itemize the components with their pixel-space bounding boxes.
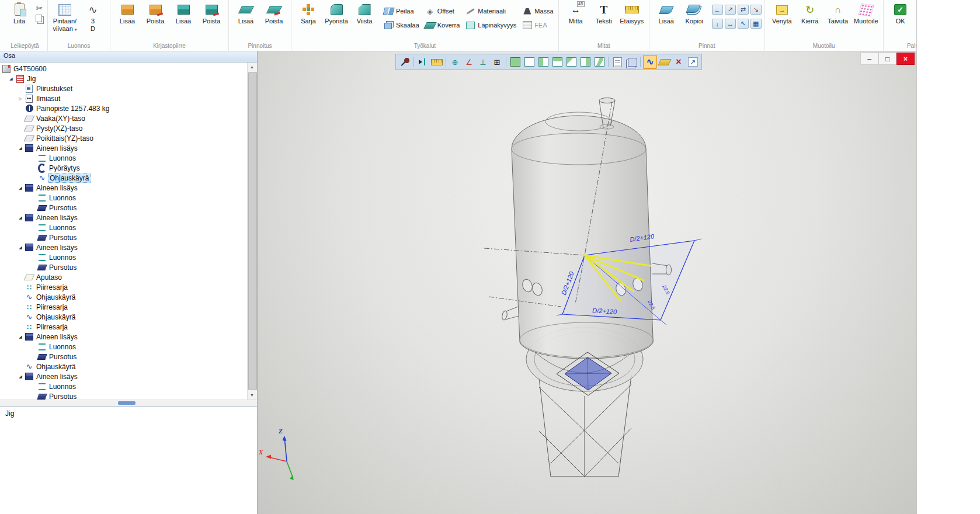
fea-button[interactable]: FEA	[520, 19, 555, 32]
mass-button[interactable]: Massa	[520, 5, 555, 18]
face-exchange-icon[interactable]: ⇄	[738, 5, 749, 15]
coating-delete-button[interactable]: Poista	[260, 1, 288, 25]
face-extend-icon[interactable]: ↓	[712, 19, 723, 29]
library-add-button[interactable]: Lisää	[113, 1, 141, 25]
expander-icon[interactable]: ◢	[18, 374, 23, 379]
tree-item-add-material[interactable]: ◢Aineen lisäys	[0, 371, 248, 381]
minimize-button[interactable]: –	[860, 53, 878, 65]
shaded-view-icon[interactable]	[509, 55, 522, 68]
face-back-icon[interactable]: ↖	[738, 19, 749, 29]
tree-item-center-of-gravity[interactable]: Painopiste 1257.483 kg	[0, 103, 248, 113]
tree-item-add-material[interactable]: ◢Aineen lisäys	[0, 242, 248, 252]
measure-button[interactable]: 45↔ Mitta	[562, 1, 590, 25]
text-button[interactable]: T Teksti	[590, 1, 618, 25]
tree-item-add-material[interactable]: ◢Aineen lisäys	[0, 143, 248, 153]
scroll-down-icon[interactable]: ▼	[248, 391, 256, 400]
tree-item-sketch[interactable]: Luonnos	[0, 342, 248, 352]
transparency-button[interactable]: Läpinäkyvyys	[464, 19, 518, 32]
top-face-view-icon[interactable]	[551, 55, 564, 68]
tree-item-add-material[interactable]: ◢Aineen lisäys	[0, 183, 248, 193]
tree-item-guide-curve[interactable]: ∿Ohjauskäyrä	[0, 312, 248, 322]
expander-icon[interactable]: ◢	[18, 335, 23, 339]
face-trim-icon[interactable]: ↗	[725, 5, 736, 15]
delete-tool-icon[interactable]: ×	[672, 55, 685, 68]
expander-icon[interactable]: ◢	[18, 186, 23, 190]
close-button[interactable]: ×	[896, 53, 915, 65]
tree-item-drawings[interactable]: Piirustukset	[0, 84, 248, 93]
mirror-button[interactable]: Peilaa	[382, 5, 421, 18]
tree-item-sketch[interactable]: Luonnos	[0, 223, 248, 232]
sketch-3d-button[interactable]: ∿ 3 D	[79, 1, 107, 32]
tree-scrollbar[interactable]: ▲ ▼	[247, 62, 257, 400]
scrollbar-thumb[interactable]	[248, 72, 257, 390]
tree-item-extrude[interactable]: Pursotus	[0, 352, 248, 362]
scroll-up-icon[interactable]: ▲	[248, 62, 256, 71]
section-view-icon[interactable]	[593, 55, 606, 68]
plate-tool-icon[interactable]	[658, 55, 671, 68]
tree-item-feature-series[interactable]: ∷Piirresarja	[0, 282, 248, 292]
tree-item-extrude[interactable]: Pursotus	[0, 232, 248, 242]
library-add2-button[interactable]: Lisää	[169, 1, 197, 25]
sketch-on-surface-button[interactable]: Pintaan/ viivaan ▾	[51, 1, 79, 32]
scale-button[interactable]: Skaalaa	[382, 19, 421, 32]
chamfer-button[interactable]: Viistä	[350, 1, 378, 25]
tree-item-xy-plane[interactable]: Vaaka(XY)-taso	[0, 113, 248, 123]
expander-icon[interactable]: ▷	[18, 96, 23, 101]
paste-button[interactable]: Liitä	[5, 1, 33, 25]
tree-item-jig[interactable]: ◢Jig	[0, 74, 248, 84]
face-grid-icon[interactable]: ▦	[750, 19, 762, 29]
tree-item-yz-plane[interactable]: Poikittais(YZ)-taso	[0, 133, 248, 143]
face-offset-icon[interactable]: ↘	[750, 5, 762, 15]
tree-item-extrude[interactable]: Pursotus	[0, 203, 248, 213]
expander-icon[interactable]: ◢	[18, 146, 23, 151]
series-button[interactable]: Sarja	[294, 1, 322, 25]
surface-add-button[interactable]: Lisää	[652, 1, 680, 25]
expander-icon[interactable]: ◢	[18, 216, 23, 220]
layers-icon[interactable]	[625, 55, 638, 68]
3d-scene[interactable]: D/2+120 D/2+120 D/2+120 22.5 22.5 Z X	[258, 51, 916, 514]
shape-button[interactable]: Muotoile	[852, 1, 880, 25]
tree-item-add-material[interactable]: ◢Aineen lisäys	[0, 213, 248, 223]
corner-view-icon[interactable]	[565, 55, 578, 68]
face-swap-icon[interactable]: ↔	[725, 19, 736, 29]
tree-item-revolve[interactable]: Pyöräytys	[0, 163, 248, 173]
tree-item-sketch[interactable]: Luonnos	[0, 193, 248, 203]
right-face-view-icon[interactable]	[579, 55, 592, 68]
tree-item-part[interactable]: G4T50600	[0, 64, 248, 74]
tree-item-extrude[interactable]: Pursotus	[0, 391, 248, 400]
snap-angle-icon[interactable]: ∠	[463, 55, 475, 68]
hollow-button[interactable]: Koverra	[423, 19, 462, 32]
face-move-left-icon[interactable]: ←	[712, 5, 723, 15]
offset-button[interactable]: ◈ Offset	[423, 5, 462, 18]
tree-item-sketch[interactable]: Luonnos	[0, 381, 248, 391]
cut-icon[interactable]: ✂	[34, 4, 44, 13]
snap-perpendicular-icon[interactable]: ⊥	[477, 55, 489, 68]
material-button[interactable]: Materiaali	[464, 5, 518, 18]
pick-filter-icon[interactable]: ⊞	[491, 55, 503, 68]
feature-list-icon[interactable]	[611, 55, 624, 68]
tree-item-aux-plane[interactable]: Aputaso	[0, 272, 248, 282]
scrollbar-thumb[interactable]	[118, 401, 135, 405]
tree-item-add-material[interactable]: ◢Aineen lisäys	[0, 332, 248, 342]
surface-copy-button[interactable]: Kopioi	[680, 1, 708, 25]
restore-button[interactable]: □	[878, 53, 896, 65]
rotate-button[interactable]: ↻ Kierrä	[796, 1, 824, 25]
cursor-snap-icon[interactable]	[416, 55, 429, 68]
tree-item-sketch[interactable]: Luonnos	[0, 153, 248, 163]
copy-button[interactable]	[34, 15, 44, 24]
ok-button[interactable]: ✓ OK	[887, 1, 915, 25]
model-viewport[interactable]: ⊕ ∠ ⊥ ⊞ ∿ × ↗	[258, 51, 916, 514]
guide-curve-tool-icon[interactable]: ∿	[643, 55, 657, 69]
left-face-view-icon[interactable]	[537, 55, 550, 68]
measure-tool-icon[interactable]	[430, 55, 443, 68]
distance-button[interactable]: Etäisyys	[618, 1, 646, 25]
library-delete-button[interactable]: Poista	[141, 1, 169, 25]
library-delete2-button[interactable]: Poista	[197, 1, 225, 25]
fillet-button[interactable]: Pyöristä	[322, 1, 350, 25]
tree-item-sketch[interactable]: Luonnos	[0, 252, 248, 262]
tree-item-guide-curve-selected[interactable]: ∿Ohjauskäyrä	[0, 173, 248, 183]
tree-item-guide-curve[interactable]: ∿Ohjauskäyrä	[0, 292, 248, 302]
expander-icon[interactable]: ◢	[8, 77, 14, 81]
tree-item-appearances[interactable]: ▷Ilmiasut	[0, 93, 248, 103]
expander-icon[interactable]: ◢	[18, 245, 23, 250]
